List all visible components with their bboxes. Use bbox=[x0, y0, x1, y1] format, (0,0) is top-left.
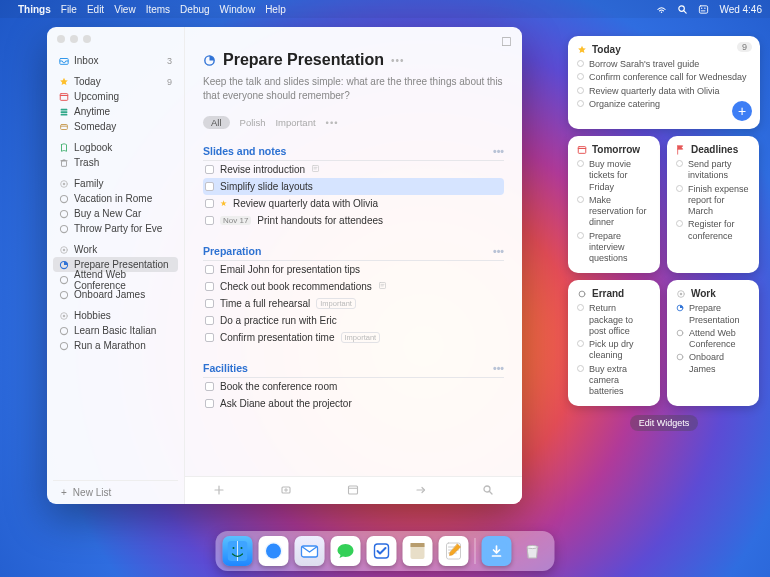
search-button[interactable] bbox=[482, 484, 494, 498]
sidebar-inbox[interactable]: Inbox3 bbox=[53, 53, 178, 68]
sidebar-anytime[interactable]: Anytime bbox=[53, 104, 178, 119]
project-menu-icon[interactable]: ••• bbox=[391, 55, 405, 66]
section-heading[interactable]: Preparation••• bbox=[203, 243, 504, 261]
sidebar-item-label: Buy a New Car bbox=[74, 208, 141, 219]
task-row[interactable]: Time a full rehearsalImportant bbox=[203, 295, 504, 312]
widget-deadlines[interactable]: Deadlines Send party invitations Finish … bbox=[667, 136, 759, 273]
wifi-icon[interactable] bbox=[656, 4, 667, 15]
checkbox[interactable] bbox=[205, 216, 214, 225]
sidebar-project[interactable]: Throw Party for Eve bbox=[53, 221, 178, 236]
task-row[interactable]: ★Review quarterly data with Olivia bbox=[203, 195, 504, 212]
filter-all[interactable]: All bbox=[203, 116, 230, 129]
widget-errand[interactable]: Errand Return package to post office Pic… bbox=[568, 280, 660, 406]
checkbox[interactable] bbox=[205, 182, 214, 191]
widget-tomorrow[interactable]: Tomorrow Buy movie tickets for Friday Ma… bbox=[568, 136, 660, 273]
checkbox[interactable] bbox=[205, 382, 214, 391]
book-icon bbox=[59, 143, 69, 153]
widget-title: Tomorrow bbox=[592, 144, 640, 155]
section-menu-icon[interactable]: ••• bbox=[493, 145, 504, 157]
task-row[interactable]: Book the conference room bbox=[203, 378, 504, 395]
spotlight-icon[interactable] bbox=[677, 4, 688, 15]
checkbox[interactable] bbox=[205, 199, 214, 208]
section-menu-icon[interactable]: ••• bbox=[493, 245, 504, 257]
new-list-button[interactable]: New List bbox=[73, 487, 111, 498]
add-button[interactable]: + bbox=[732, 101, 752, 121]
checkbox[interactable] bbox=[205, 265, 214, 274]
task-row[interactable]: Ask Diane about the projector bbox=[203, 395, 504, 412]
filter-tag[interactable]: Important bbox=[275, 117, 315, 128]
dock-things[interactable] bbox=[367, 536, 397, 566]
task-row[interactable]: Simplify slide layouts bbox=[203, 178, 504, 195]
sidebar-logbook[interactable]: Logbook bbox=[53, 140, 178, 155]
dock-separator bbox=[475, 538, 476, 564]
menu-edit[interactable]: Edit bbox=[87, 4, 104, 15]
sidebar-item-label: Family bbox=[74, 178, 103, 189]
clock[interactable]: Wed 4:46 bbox=[719, 4, 762, 15]
filter-tag[interactable]: Polish bbox=[240, 117, 266, 128]
edit-widgets-button[interactable]: Edit Widgets bbox=[630, 415, 699, 431]
menu-items[interactable]: Items bbox=[146, 4, 170, 15]
sidebar-trash[interactable]: Trash bbox=[53, 155, 178, 170]
dock-app[interactable] bbox=[439, 536, 469, 566]
dock-trash[interactable] bbox=[518, 536, 548, 566]
sidebar-project[interactable]: Learn Basic Italian bbox=[53, 323, 178, 338]
widget-item: Borrow Sarah's travel guide bbox=[577, 58, 751, 71]
window-controls[interactable] bbox=[57, 35, 91, 43]
project-icon bbox=[59, 275, 69, 285]
dock-safari[interactable] bbox=[259, 536, 289, 566]
star-icon bbox=[577, 45, 587, 55]
menu-file[interactable]: File bbox=[61, 4, 77, 15]
app-name[interactable]: Things bbox=[18, 4, 51, 15]
section-heading[interactable]: Slides and notes••• bbox=[203, 143, 504, 161]
dock-app[interactable] bbox=[403, 536, 433, 566]
task-row[interactable]: Confirm presentation timeImportant bbox=[203, 329, 504, 346]
checkbox[interactable] bbox=[205, 282, 214, 291]
dock-finder[interactable] bbox=[223, 536, 253, 566]
dock-messages[interactable] bbox=[331, 536, 361, 566]
new-heading-button[interactable] bbox=[280, 484, 292, 498]
control-center-icon[interactable] bbox=[698, 4, 709, 15]
new-todo-button[interactable] bbox=[213, 484, 225, 498]
sidebar-item-label: Hobbies bbox=[74, 310, 111, 321]
bottom-toolbar bbox=[185, 476, 522, 504]
sidebar-someday[interactable]: Someday bbox=[53, 119, 178, 134]
quick-entry-icon[interactable]: ☐ bbox=[501, 35, 512, 49]
filter-more-icon[interactable]: ••• bbox=[326, 117, 339, 128]
task-row[interactable]: Check out book recommendations bbox=[203, 278, 504, 295]
section-heading[interactable]: Facilities••• bbox=[203, 360, 504, 378]
section-menu-icon[interactable]: ••• bbox=[493, 362, 504, 374]
checkbox[interactable] bbox=[205, 165, 214, 174]
task-row[interactable]: Do a practice run with Eric bbox=[203, 312, 504, 329]
task-row[interactable]: Nov 17Print handouts for attendees bbox=[203, 212, 504, 229]
sidebar-project[interactable]: Attend Web Conference bbox=[53, 272, 178, 287]
sidebar-area-family[interactable]: Family bbox=[53, 176, 178, 191]
checkbox[interactable] bbox=[205, 299, 214, 308]
task-row[interactable]: Email John for presentation tips bbox=[203, 261, 504, 278]
task-row[interactable]: Revise introduction bbox=[203, 161, 504, 178]
menu-debug[interactable]: Debug bbox=[180, 4, 209, 15]
sidebar-today[interactable]: Today9 bbox=[53, 74, 178, 89]
project-title[interactable]: Prepare Presentation bbox=[223, 51, 384, 69]
checkbox[interactable] bbox=[205, 333, 214, 342]
dock-downloads[interactable] bbox=[482, 536, 512, 566]
widget-item: Organize catering bbox=[577, 98, 751, 111]
widget-today[interactable]: Today 9 Borrow Sarah's travel guide Conf… bbox=[568, 36, 760, 129]
sidebar-upcoming[interactable]: Upcoming bbox=[53, 89, 178, 104]
sidebar-project[interactable]: Vacation in Rome bbox=[53, 191, 178, 206]
project-icon bbox=[59, 260, 69, 270]
sidebar-area-work[interactable]: Work bbox=[53, 242, 178, 257]
menu-help[interactable]: Help bbox=[265, 4, 286, 15]
checkbox[interactable] bbox=[205, 316, 214, 325]
menu-view[interactable]: View bbox=[114, 4, 136, 15]
when-button[interactable] bbox=[347, 484, 359, 498]
sidebar-area-hobbies[interactable]: Hobbies bbox=[53, 308, 178, 323]
project-notes[interactable]: Keep the talk and slides simple: what ar… bbox=[203, 75, 504, 102]
dock-mail[interactable] bbox=[295, 536, 325, 566]
widget-work[interactable]: Work Prepare Presentation Attend Web Con… bbox=[667, 280, 759, 406]
menu-window[interactable]: Window bbox=[220, 4, 256, 15]
count-badge: 9 bbox=[167, 77, 172, 87]
checkbox[interactable] bbox=[205, 399, 214, 408]
sidebar-project[interactable]: Buy a New Car bbox=[53, 206, 178, 221]
move-button[interactable] bbox=[415, 484, 427, 498]
sidebar-project[interactable]: Run a Marathon bbox=[53, 338, 178, 353]
